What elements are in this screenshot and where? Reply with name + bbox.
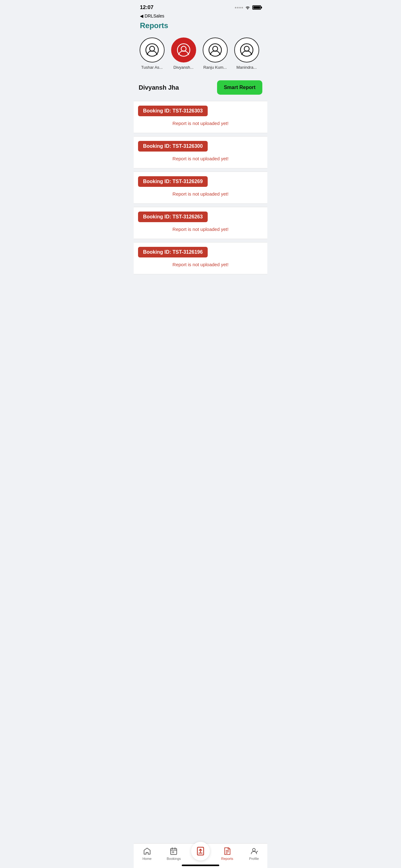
avatar-name-divyansh: Divyansh... (173, 65, 193, 70)
page-title-section: Reports (134, 20, 267, 34)
avatar-circle-ranju[interactable] (203, 37, 228, 62)
avatar-name-manindra: Manindra... (236, 65, 257, 70)
back-nav[interactable]: ◀ DRLSales (134, 12, 267, 20)
battery-icon (252, 5, 261, 10)
svg-point-6 (244, 46, 249, 51)
svg-point-7 (240, 44, 253, 56)
booking-card-1: Booking ID: TST-3126300 Report is not up… (134, 136, 267, 168)
booking-status-1: Report is not uploaded yet! (134, 155, 267, 162)
avatar-item-divyansh[interactable]: Divyansh... (170, 37, 197, 70)
booking-id-badge-3[interactable]: Booking ID: TST-3126263 (138, 212, 208, 222)
svg-point-2 (181, 46, 186, 51)
booking-id-badge-0[interactable]: Booking ID: TST-3126303 (138, 105, 208, 116)
avatar-circle-manindra[interactable] (234, 37, 259, 62)
svg-point-4 (213, 46, 218, 51)
booking-card-3: Booking ID: TST-3126263 Report is not up… (134, 207, 267, 239)
status-bar: 12:07 (134, 0, 267, 12)
booking-status-0: Report is not uploaded yet! (134, 119, 267, 127)
booking-id-badge-2[interactable]: Booking ID: TST-3126269 (138, 176, 208, 187)
booking-card-0: Booking ID: TST-3126303 Report is not up… (134, 101, 267, 133)
booking-status-2: Report is not uploaded yet! (134, 190, 267, 198)
back-label[interactable]: ◀ DRLSales (140, 13, 164, 19)
avatar-circle-tushar[interactable] (140, 37, 165, 62)
booking-status-4: Report is not uploaded yet! (134, 260, 267, 269)
svg-point-0 (149, 46, 155, 51)
svg-point-3 (177, 44, 190, 56)
booking-list: Booking ID: TST-3126303 Report is not up… (134, 101, 267, 277)
booking-card-4: Booking ID: TST-3126196 Report is not up… (134, 242, 267, 274)
avatar-item-manindra[interactable]: Manindra... (233, 37, 260, 70)
signal-icon (235, 7, 243, 8)
svg-point-5 (209, 44, 222, 56)
avatar-item-tushar[interactable]: Tushar As... (139, 37, 165, 70)
smart-report-button[interactable]: Smart Report (217, 80, 262, 95)
status-time: 12:07 (140, 4, 153, 11)
booking-id-badge-1[interactable]: Booking ID: TST-3126300 (138, 141, 208, 152)
selected-user-name: Divyansh Jha (139, 84, 179, 91)
svg-point-1 (146, 44, 158, 56)
avatar-name-ranju: Ranju Kum... (203, 65, 227, 70)
page-title: Reports (140, 21, 261, 30)
status-icons (235, 5, 261, 10)
avatar-item-ranju[interactable]: Ranju Kum... (202, 37, 228, 70)
wifi-icon (245, 5, 250, 10)
avatar-name-tushar: Tushar As... (141, 65, 163, 70)
booking-id-badge-4[interactable]: Booking ID: TST-3126196 (138, 247, 208, 257)
booking-status-3: Report is not uploaded yet! (134, 225, 267, 233)
avatar-row: Tushar As... Divyansh... Ranju Kum... (134, 34, 267, 76)
booking-card-2: Booking ID: TST-3126269 Report is not up… (134, 172, 267, 204)
avatar-circle-divyansh[interactable] (171, 37, 196, 62)
selected-user-row: Divyansh Jha Smart Report (134, 76, 267, 101)
